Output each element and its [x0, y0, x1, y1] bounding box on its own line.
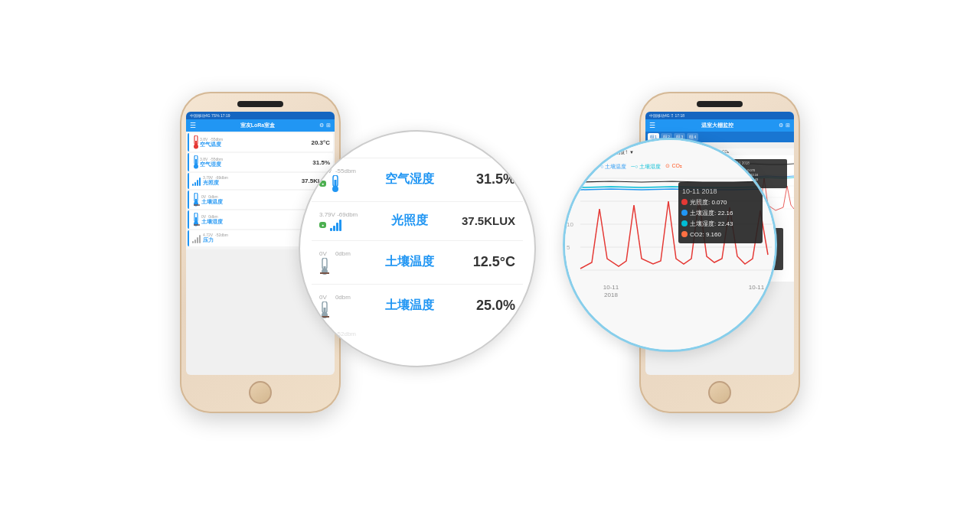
svg-point-81 [681, 210, 688, 216]
mag-value-3: 12.5°C [446, 254, 515, 270]
right-group: 中国移动4G ⠿ 17:18 ☰ 温室大棚监控 ⚙ ⊞ 组1 组2 组3 组 [639, 92, 800, 413]
svg-text:2018: 2018 [604, 292, 618, 298]
signal-icon-6 [192, 234, 201, 243]
right-header-icons: ⚙ ⊞ [779, 122, 790, 129]
svg-text:土壤温度: 22.16: 土壤温度: 22.16 [690, 210, 733, 217]
svg-text:10-11: 10-11 [749, 284, 765, 291]
signal-icon-3 [192, 177, 201, 186]
settings-icon-right[interactable]: ⚙ [779, 122, 783, 129]
right-mag-svg: 20 15 10 5 10-11 [565, 140, 775, 316]
left-app-title: 室友LoRa室盒 [240, 122, 276, 129]
right-app-title: 温室大棚监控 [701, 122, 733, 129]
mag-value-1: 31.5% [446, 171, 515, 187]
svg-point-83 [681, 220, 688, 226]
mag-value-4: 25.0% [446, 298, 515, 314]
sensor-label-6: 压力 [203, 237, 315, 244]
mag-therm-1 [330, 175, 341, 192]
svg-text:15: 15 [567, 198, 573, 205]
thermometer-icon-2 [192, 155, 200, 169]
mag-value-2: 37.5KLUX [446, 214, 515, 227]
scene: 中国移动4G 7S% 17:19 ☰ 室友LoRa室盒 ⚙ ⊞ [0, 0, 980, 505]
mag-signal-icon [330, 219, 341, 231]
grid-icon-right[interactable]: ⊞ [786, 122, 790, 129]
sensor-info-6: 4.72V -52dbm 压力 [203, 233, 315, 244]
sensor-label-4: 土壤温度 [201, 199, 311, 206]
settings-icon[interactable]: ⚙ [319, 122, 324, 129]
svg-rect-11 [195, 217, 197, 222]
svg-text:20: 20 [567, 175, 573, 182]
mag-row-partial: 7.9V -52dbm [312, 327, 523, 340]
sensor-info-2: 3.8V -55dbm 空气湿度 [200, 157, 312, 168]
sensor-row-air-humidity[interactable]: 3.8V -55dbm 空气湿度 31.5% [188, 153, 333, 171]
mag-therm-3 [319, 258, 330, 275]
mag-label-4: 土壤温度 [373, 298, 446, 314]
mag-meta-2a: 3.79V -69dbm [319, 211, 373, 218]
svg-text:10-11: 10-11 [603, 284, 619, 291]
header-icons-left: ⚙ ⊞ [319, 122, 331, 129]
sensor-row-air-temp[interactable]: 3.8V -55dbm 空气温度 20.3°C [188, 133, 333, 152]
sensor-label-1: 空气温度 [200, 142, 311, 148]
menu-icon-right[interactable]: ☰ [649, 122, 655, 129]
grid-icon[interactable]: ⊞ [326, 122, 331, 129]
sensor-info-5: 0V 0dbm 土壤湿度 [201, 214, 312, 226]
mag-meta-3a: 0V 0dbm [319, 250, 373, 257]
mag-row-humidity: 3.8V -55dbm ● 空气湿度 31.5% [312, 158, 523, 202]
right-app-header: ☰ 温室大棚监控 ⚙ ⊞ [645, 119, 794, 132]
thermometer-icon-1 [192, 135, 200, 149]
svg-rect-22 [324, 308, 326, 313]
sensor-label-2: 空气湿度 [200, 161, 312, 168]
svg-point-85 [681, 231, 688, 237]
mag-label-1: 空气湿度 [373, 171, 446, 187]
mag-therm-4 [319, 301, 330, 318]
svg-point-79 [681, 199, 688, 205]
mag-row-light: 3.79V -69dbm ● 光照度 37.5KLUX [312, 202, 523, 241]
left-group: 中国移动4G 7S% 17:19 ☰ 室友LoRa室盒 ⚙ ⊞ [180, 92, 341, 413]
home-button-left[interactable] [249, 381, 272, 404]
svg-text:土壤湿度: 22.43: 土壤湿度: 22.43 [690, 220, 733, 227]
thermometer-icon-4 [192, 193, 201, 207]
sensor-info-4: 0V 0dbm 土壤温度 [201, 194, 311, 206]
sensor-info-3: 3.79V -69dbm 光照度 [203, 175, 302, 187]
svg-rect-1 [195, 141, 197, 145]
menu-icon[interactable]: ☰ [190, 122, 196, 129]
green-pill-1: ● [319, 181, 326, 187]
home-button-right[interactable] [708, 381, 731, 404]
svg-text:CO2: 9.160: CO2: 9.160 [690, 231, 721, 238]
right-mag-inner: 高水位↓ ▼ 入侵报↑ ▼ ○ 光照度 ─○ 土壤温度 ─○ 土壤湿度 [565, 140, 775, 350]
sensor-value-2: 31.5% [312, 159, 330, 166]
green-pill-2: ● [319, 222, 326, 228]
mag-row-soil-temp: 0V 0dbm 土壤温度 12.5°C [312, 241, 523, 285]
mag-meta-4a: 0V 0dbm [319, 294, 373, 301]
right-mag-chart-area: ○ 光照度 ─○ 土壤温度 ─○ 土壤湿度 ⊙ CO₂ 20 [565, 140, 775, 350]
svg-text:5: 5 [567, 244, 570, 251]
carrier-left: 中国移动4G 7S% 17:19 [190, 113, 230, 118]
svg-rect-7 [195, 199, 197, 202]
phone-notch-left [237, 101, 283, 107]
mag-row-soil-humidity: 0V 0dbm 土壤温度 25.0% [312, 285, 523, 327]
sensor-info-1: 3.8V -55dbm 空气温度 [200, 137, 311, 148]
svg-point-5 [194, 165, 198, 169]
sensor-label-5: 土壤湿度 [201, 219, 312, 226]
magnify-circle-left: 3.8V -55dbm ● 空气湿度 31.5% [299, 130, 536, 367]
phone-notch-right [697, 101, 743, 107]
magnify-left-content: 3.8V -55dbm ● 空气湿度 31.5% [300, 158, 534, 340]
mag-label-3: 土壤温度 [373, 254, 446, 270]
svg-rect-4 [195, 159, 197, 165]
svg-text:10: 10 [567, 221, 573, 228]
svg-point-2 [194, 145, 198, 149]
magnify-circle-right: 高水位↓ ▼ 入侵报↑ ▼ ○ 光照度 ─○ 土壤温度 ─○ 土壤湿度 [563, 138, 777, 352]
svg-text:光照度: 0.070: 光照度: 0.070 [690, 199, 727, 206]
sensor-value-1: 20.3°C [311, 139, 330, 146]
sensor-label-3: 光照度 [203, 180, 302, 187]
svg-text:10-11 2018: 10-11 2018 [682, 187, 717, 195]
carrier-right: 中国移动4G ⠿ 17:18 [649, 113, 684, 118]
svg-rect-15 [335, 180, 337, 187]
left-app-header: ☰ 室友LoRa室盒 ⚙ ⊞ [186, 119, 335, 132]
thermometer-icon-5 [192, 213, 201, 226]
sensor-row-light[interactable]: 3.79V -69dbm 光照度 37.5KLUX [188, 173, 333, 189]
svg-point-16 [332, 186, 338, 192]
mag-label-2: 光照度 [373, 213, 446, 229]
